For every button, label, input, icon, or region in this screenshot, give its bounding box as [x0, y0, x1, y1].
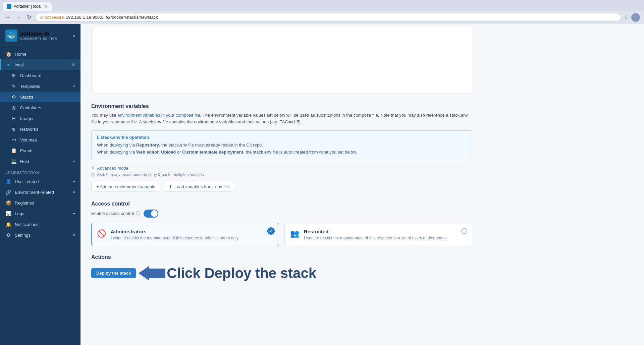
restricted-card-title: Restricted: [304, 229, 447, 234]
local-env-icon: ●: [5, 62, 11, 67]
deploy-arrow: [139, 265, 165, 282]
access-cards: ✓ 🚫 Administrators I want to restrict th…: [91, 223, 472, 246]
admin-icon: 🚫: [97, 229, 106, 238]
settings-icon: ⚙: [5, 232, 11, 238]
access-control-section: Access control Enable access control ⓘ ✓…: [91, 201, 472, 246]
content-area: Environment variables You may use enviro…: [80, 27, 483, 292]
compose-editor[interactable]: [91, 27, 472, 94]
networks-icon: ⊕: [11, 126, 17, 132]
svg-text:🐳: 🐳: [7, 31, 16, 40]
env-btn-row: + Add an environment variable ⬆ Load var…: [91, 182, 472, 191]
sidebar-item-stacks[interactable]: ⚙ Stacks: [0, 92, 80, 102]
back-btn[interactable]: ←: [4, 14, 12, 21]
reload-btn[interactable]: ↻: [25, 13, 33, 21]
admin-access-card[interactable]: ✓ 🚫 Administrators I want to restrict th…: [91, 223, 279, 246]
sidebar-item-containers[interactable]: ◎ Containers: [0, 102, 80, 113]
upload-icon: ⬆: [169, 184, 172, 189]
sidebar-item-networks[interactable]: ⊕ Networks: [0, 124, 80, 134]
admin-card-desc: I want to restrict the management of thi…: [111, 236, 238, 240]
sidebar-item-images[interactable]: ⊟ Images: [0, 113, 80, 124]
info-small-icon: ⓘ: [91, 172, 95, 178]
actions-title: Actions: [91, 254, 472, 260]
sidebar-item-logs[interactable]: 📊 Logs ▾: [0, 208, 80, 219]
warning-icon: ⚠: [40, 15, 43, 20]
restricted-icon: 👥: [290, 229, 299, 238]
info-line1: When deploying via Repository, the stack…: [97, 142, 467, 149]
edit-icon: ✎: [91, 166, 95, 171]
sidebar: 🐳 portainer.io COMMUNITY EDITION « 🏠 Hom…: [0, 24, 80, 345]
user-related-chevron-icon: ▾: [73, 179, 75, 184]
forward-btn[interactable]: →: [15, 14, 23, 21]
sidebar-item-environment-related[interactable]: 🔗 Environment-related ▾: [0, 187, 80, 197]
env-compose-link[interactable]: environment variables in your compose fi…: [117, 113, 200, 118]
home-icon: 🏠: [5, 51, 11, 57]
admin-check-icon: ✓: [267, 227, 275, 235]
sidebar-item-dashboard[interactable]: ⊞ Dashboard: [0, 70, 80, 81]
active-tab[interactable]: Portainer | local ✕: [3, 2, 52, 11]
sidebar-item-volumes[interactable]: ▭ Volumes: [0, 134, 80, 145]
access-control-toggle-row: Enable access control ⓘ: [91, 210, 472, 218]
containers-icon: ◎: [11, 105, 17, 110]
arrow-icon: [139, 265, 165, 282]
info-icon: ℹ: [97, 135, 99, 140]
administration-label: Administration: [0, 167, 80, 176]
advanced-mode-desc: ⓘ Switch to advanced mode to copy & past…: [91, 172, 472, 178]
logs-icon: 📊: [5, 211, 11, 216]
user-related-icon: 👤: [5, 179, 11, 184]
logo-area: 🐳 portainer.io COMMUNITY EDITION: [5, 30, 57, 42]
sidebar-item-home[interactable]: 🏠 Home: [0, 49, 80, 59]
deploy-area: Deploy the stack Click Deploy the stack: [91, 265, 472, 282]
restricted-radio[interactable]: [461, 228, 467, 234]
add-env-var-btn[interactable]: + Add an environment variable: [91, 182, 160, 191]
registries-icon: 📦: [5, 200, 11, 206]
tab-favicon: [7, 4, 11, 9]
local-close-btn[interactable]: ✕: [72, 62, 75, 67]
sidebar-item-notifications[interactable]: 🔔 Notifications: [0, 219, 80, 230]
info-box-content: When deploying via Repository, the stack…: [97, 142, 467, 156]
sidebar-item-events[interactable]: 📋 Events: [0, 145, 80, 156]
logs-chevron-icon: ▾: [73, 212, 75, 216]
sidebar-item-settings[interactable]: ⚙ Settings ▾: [0, 230, 80, 240]
access-control-toggle[interactable]: [144, 210, 158, 218]
sidebar-item-user-related[interactable]: 👤 User-related ▾: [0, 176, 80, 187]
tab-title: Portainer | local: [13, 4, 41, 9]
sidebar-item-registries[interactable]: 📦 Registries: [0, 197, 80, 208]
images-icon: ⊟: [11, 116, 17, 121]
tab-bar: Portainer | local ✕: [0, 0, 644, 11]
sidebar-logo: 🐳 portainer.io COMMUNITY EDITION «: [0, 24, 80, 46]
portainer-logo-icon: 🐳: [5, 30, 17, 42]
notifications-icon: 🔔: [5, 222, 11, 227]
app-layout: 🐳 portainer.io COMMUNITY EDITION « 🏠 Hom…: [0, 24, 644, 345]
not-secure-label: ⚠ Not secure: [40, 15, 64, 20]
host-icon: 💻: [11, 159, 17, 164]
advanced-mode-toggle[interactable]: ✎ Advanced mode: [91, 166, 472, 171]
host-chevron-icon: ▾: [73, 159, 75, 164]
bookmark-btn[interactable]: ☆: [624, 14, 629, 20]
logo-text: portainer.io COMMUNITY EDITION: [20, 31, 57, 40]
click-deploy-text: Click Deploy the stack: [167, 265, 316, 281]
stack-env-info-box: ℹ stack.env file operation When deployin…: [91, 130, 472, 160]
user-avatar[interactable]: [631, 13, 640, 22]
actions-section: Actions Deploy the stack Click Deploy th…: [91, 254, 472, 282]
restricted-card-desc: I want to restrict the management of thi…: [304, 236, 447, 240]
svg-marker-2: [139, 266, 165, 281]
restricted-access-card[interactable]: 👥 Restricted I want to restrict the mana…: [284, 223, 472, 246]
dashboard-icon: ⊞: [11, 73, 17, 78]
sidebar-item-templates[interactable]: ✎ Templates ▾: [0, 81, 80, 92]
url-text: 192.168.1.18:9000/#!/2/docker/stacks/new…: [66, 15, 158, 20]
volumes-icon: ▭: [11, 137, 17, 142]
deploy-stack-btn[interactable]: Deploy the stack: [91, 268, 136, 278]
info-box-title: ℹ stack.env file operation: [97, 135, 467, 140]
sidebar-item-host[interactable]: 💻 Host ▾: [0, 156, 80, 167]
sidebar-collapse-btn[interactable]: «: [72, 33, 75, 38]
enable-access-label: Enable access control ⓘ: [91, 211, 140, 217]
sidebar-item-local[interactable]: ● local ✕: [0, 59, 80, 70]
address-input[interactable]: ⚠ Not secure 192.168.1.18:9000/#!/2/dock…: [35, 13, 621, 21]
admin-card-text: Administrators I want to restrict the ma…: [111, 229, 238, 240]
templates-chevron-icon: ▾: [73, 84, 75, 89]
tab-close-btn[interactable]: ✕: [45, 4, 48, 9]
sidebar-nav: 🏠 Home ● local ✕ ⊞ Dashboard ✎ Templates…: [0, 46, 80, 345]
load-env-file-btn[interactable]: ⬆ Load variables from .env file: [164, 182, 234, 191]
settings-chevron-icon: ▾: [73, 233, 75, 237]
env-desc-prefix: You may use: [91, 113, 117, 118]
